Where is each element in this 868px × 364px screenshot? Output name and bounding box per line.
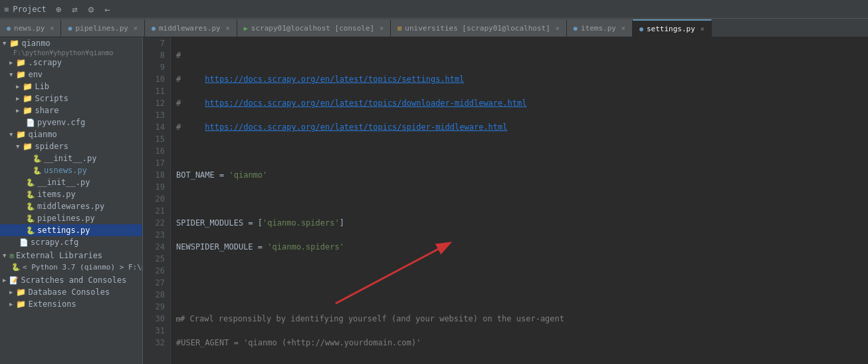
sidebar-label-scrapy: .scrapy xyxy=(28,58,62,67)
tab-items-close[interactable]: × xyxy=(621,25,625,32)
sidebar-item-lib[interactable]: ▶ 📁 Lib xyxy=(0,81,142,92)
tab-middlewares-label: middlewares.py xyxy=(159,24,221,33)
toolbar-icons: ⊕ ⇄ ⚙ ← xyxy=(53,3,113,16)
line-numbers: 7 8 9 10 11 12 13 14 15 16 17 18 19 20 2… xyxy=(143,37,171,364)
tab-middlewares-close[interactable]: × xyxy=(226,25,230,32)
sidebar-label-scrapy-cfg: scrapy.cfg xyxy=(31,238,78,247)
sidebar-item-scratches[interactable]: ▶ 📝 Scratches and Consoles xyxy=(0,274,142,286)
scratch-icon: 📝 xyxy=(9,276,19,285)
folder-icon: 📁 xyxy=(9,39,19,48)
sidebar-item-env[interactable]: ▼ 📁 env xyxy=(0,69,142,81)
sidebar-item-usnews[interactable]: 🐍 usnews.py xyxy=(0,164,142,176)
sidebar-label-qianmo2: qianmo xyxy=(28,130,56,139)
sidebar-item-items[interactable]: 🐍 items.py xyxy=(0,188,142,200)
sidebar-item-middlewares[interactable]: 🐍 middlewares.py xyxy=(0,200,142,212)
py-icon: ● xyxy=(7,25,11,32)
tabs-bar: ● news.py × ● pipelines.py × ● middlewar… xyxy=(0,19,868,37)
tab-pipelines-label: pipelines.py xyxy=(75,24,128,33)
tab-news-label: news.py xyxy=(14,24,45,33)
sync-icon[interactable]: ⇄ xyxy=(69,3,80,16)
line-14: SPIDER_MODULES = ['qianmo.spiders'] xyxy=(176,217,863,229)
tab-items[interactable]: ● items.py × xyxy=(567,19,633,37)
sidebar-label-share: share xyxy=(35,106,58,115)
sidebar-label-ext-libs: External Libraries xyxy=(16,251,102,260)
folder-icon: 📁 xyxy=(16,299,26,309)
console-icon: ▶ xyxy=(244,25,248,32)
tab-news[interactable]: ● news.py × xyxy=(0,19,61,37)
folder-icon: 📁 xyxy=(23,142,33,151)
tab-universities-close[interactable]: × xyxy=(556,25,560,32)
code-editor: 7 8 9 10 11 12 13 14 15 16 17 18 19 20 2… xyxy=(143,37,868,364)
line-20 xyxy=(176,361,863,364)
py-file-icon: 🐍 xyxy=(26,202,35,211)
sidebar-label-init1: __init__.py xyxy=(44,154,96,163)
sidebar-item-spiders[interactable]: ▼ 📁 spiders xyxy=(0,140,142,152)
sidebar-item-settings[interactable]: 🐍 settings.py xyxy=(0,224,142,236)
py-file-icon: 🐍 xyxy=(33,166,42,175)
sidebar-item-python37[interactable]: 🐍 < Python 3.7 (qianmo) > F:\python¥yhpy… xyxy=(0,262,142,273)
sidebar-item-init2[interactable]: 🐍 __init__.py xyxy=(0,176,142,188)
line-9: # https://docs.scrapy.org/en/latest/topi… xyxy=(176,97,863,109)
sidebar-label-python37: < Python 3.7 (qianmo) > F:\python¥yhpyth… xyxy=(23,263,142,272)
tab-news-close[interactable]: × xyxy=(50,25,54,32)
expand-arrow: ▶ xyxy=(16,95,19,102)
project-label[interactable]: Project xyxy=(13,5,47,14)
sidebar-item-extensions[interactable]: ▶ 📁 Extensions xyxy=(0,298,142,310)
sidebar-item-pipelines[interactable]: 🐍 pipelines.py xyxy=(0,212,142,224)
line-15: NEWSPIDER_MODULE = 'qianmo.spiders' xyxy=(176,241,863,253)
sidebar-item-db-consoles[interactable]: ▶ 📁 Database Consoles xyxy=(0,286,142,298)
top-bar: ≡ Project ⊕ ⇄ ⚙ ← xyxy=(0,0,868,19)
back-icon[interactable]: ← xyxy=(102,3,112,16)
tab-pipelines-close[interactable]: × xyxy=(134,25,138,32)
sidebar-item-scripts[interactable]: ▶ 📁 Scripts xyxy=(0,92,142,104)
line-16 xyxy=(176,265,863,277)
sidebar-item-pyvenv[interactable]: 📄 pyvenv.cfg xyxy=(0,116,142,128)
sidebar-label-settings: settings.py xyxy=(37,226,90,235)
folder-icon: 📁 xyxy=(16,287,26,297)
tab-middlewares[interactable]: ● middlewares.py × xyxy=(145,19,237,37)
sidebar-item-ext-libs[interactable]: ▼ ⊞ External Libraries xyxy=(0,250,142,262)
sidebar-item-share[interactable]: ▶ 📁 share xyxy=(0,104,142,116)
db-icon: ⊞ xyxy=(397,25,401,32)
project-nav: ≡ Project ⊕ ⇄ ⚙ ← xyxy=(4,3,137,16)
code-content[interactable]: 7 8 9 10 11 12 13 14 15 16 17 18 19 20 2… xyxy=(143,37,868,364)
line-7: # xyxy=(176,49,863,61)
sidebar-item-scrapy-cfg[interactable]: 📄 scrapy.cfg xyxy=(0,236,142,248)
expand-arrow: ▼ xyxy=(9,131,13,138)
line-12: BOT_NAME = 'qianmo' xyxy=(176,169,863,181)
tab-pipelines[interactable]: ● pipelines.py × xyxy=(61,19,145,37)
code-lines[interactable]: # # https://docs.scrapy.org/en/latest/to… xyxy=(171,37,868,364)
sidebar-item-label: qianmo xyxy=(21,39,50,48)
sidebar-label-middlewares: middlewares.py xyxy=(37,202,104,211)
expand-arrow: ▶ xyxy=(9,301,13,307)
sidebar-item-qianmo-root[interactable]: ▼ 📁 qianmo xyxy=(0,37,142,49)
expand-arrow: ▼ xyxy=(9,71,13,78)
tab-console-close[interactable]: × xyxy=(380,25,383,32)
python-icon: 🐍 xyxy=(11,263,21,272)
folder-icon: 📁 xyxy=(23,94,33,103)
tab-settings-close[interactable]: × xyxy=(701,25,705,33)
tab-settings-label: settings.py xyxy=(647,25,695,33)
expand-arrow: ▼ xyxy=(3,40,6,47)
line-10: # https://docs.scrapy.org/en/latest/topi… xyxy=(176,121,863,133)
sidebar-item-qianmo2[interactable]: ▼ 📁 qianmo xyxy=(0,128,142,140)
folder-icon: 📁 xyxy=(16,70,26,79)
line-11 xyxy=(176,145,863,157)
sidebar-label-usnews: usnews.py xyxy=(44,166,87,175)
add-icon[interactable]: ⊕ xyxy=(53,3,64,16)
tab-universities[interactable]: ⊞ universities [scrapy01@localhost] × xyxy=(391,19,567,37)
py-file-icon: 🐍 xyxy=(26,190,35,199)
library-icon: ⊞ xyxy=(9,252,14,260)
sidebar-item-init1[interactable]: 🐍 __init__.py xyxy=(0,152,142,164)
sidebar-label-scratches: Scratches and Consoles xyxy=(21,275,126,285)
sidebar-item-scrapy[interactable]: ▶ 📁 .scrapy xyxy=(0,57,142,69)
settings-icon[interactable]: ⚙ xyxy=(86,3,96,16)
line-17 xyxy=(176,289,863,301)
tab-console-label: scrapy01@localhost [console] xyxy=(251,24,374,33)
sidebar-label-init2: __init__.py xyxy=(37,178,90,187)
path-label: F:\python¥yhpython¥qianmo xyxy=(0,49,142,57)
sidebar-label-pyvenv: pyvenv.cfg xyxy=(37,118,85,127)
py-icon: ● xyxy=(639,25,643,33)
tab-settings[interactable]: ● settings.py × xyxy=(633,19,712,37)
tab-console[interactable]: ▶ scrapy01@localhost [console] × xyxy=(237,19,391,37)
